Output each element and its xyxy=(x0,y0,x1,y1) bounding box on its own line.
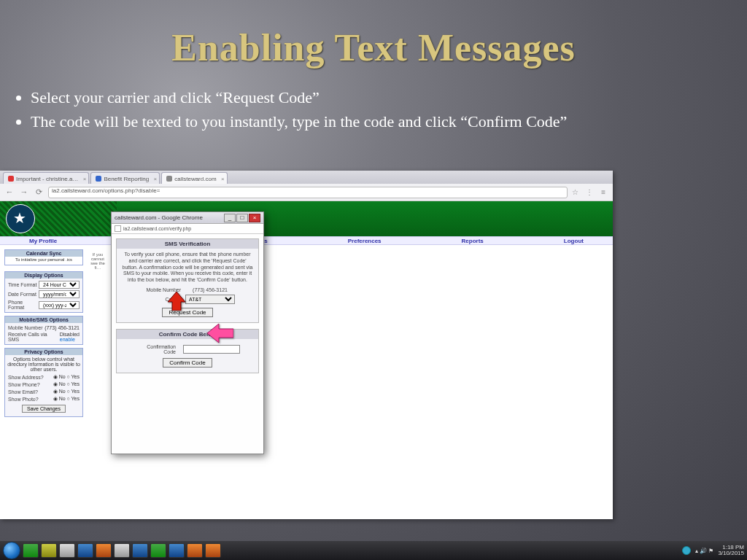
taskbar-app-icon[interactable] xyxy=(41,543,57,558)
popup-url: ia2.callsteward.com/verify.php xyxy=(123,226,191,231)
close-icon[interactable]: × xyxy=(83,176,87,182)
site-logo-icon xyxy=(6,204,35,233)
popup-titlebar: callsteward.com - Google Chrome _ □ × xyxy=(112,212,263,224)
confirmation-code-input[interactable] xyxy=(183,345,240,354)
panel-header: Mobile/SMS Options xyxy=(5,316,82,323)
panel-header: Calendar Sync xyxy=(5,250,82,257)
close-icon[interactable]: × xyxy=(221,176,225,182)
mobile-number-value: (773) 456-3121 xyxy=(44,325,80,330)
site-banner xyxy=(0,201,613,236)
confirmation-code-label: Confirmation Code xyxy=(135,344,176,354)
taskbar-app-icon[interactable] xyxy=(169,543,185,558)
show-phone-radios[interactable]: ◉ No ○ Yes xyxy=(53,381,80,387)
back-icon[interactable]: ← xyxy=(4,187,15,198)
tab-strip: Important - christine.a…× Benefit Report… xyxy=(0,171,613,184)
tab-label: callsteward.com xyxy=(174,176,216,182)
addr-icons[interactable]: ☆ ⋮ ≡ xyxy=(572,188,608,196)
show-email-label: Show Email? xyxy=(8,389,38,394)
favicon-icon xyxy=(166,176,172,182)
panel-text: To initialize your personal .ics xyxy=(5,257,82,262)
pink-left-arrow-icon xyxy=(207,322,233,344)
taskbar-app-icon[interactable] xyxy=(59,543,75,558)
receive-sms-label: Receive Calls via SMS xyxy=(8,332,60,342)
favicon-icon xyxy=(8,176,14,182)
red-up-arrow-icon xyxy=(166,292,187,311)
tab-benefit[interactable]: Benefit Reporting× xyxy=(90,172,160,184)
show-address-label: Show Address? xyxy=(8,375,44,380)
slide-bullets: Select your carrier and click “Request C… xyxy=(31,87,747,133)
bullet-2: The code will be texted to you instantly… xyxy=(31,111,687,133)
tab-gmail[interactable]: Important - christine.a…× xyxy=(3,172,89,184)
receive-sms-value: Disabled xyxy=(60,332,80,337)
carrier-select[interactable]: AT&T xyxy=(185,295,235,304)
panel-sms-options: Mobile/SMS Options Mobile Number(773) 45… xyxy=(4,316,83,345)
url-input[interactable]: ia2.callsteward.com/options.php?disable= xyxy=(48,187,568,198)
panel-header: Display Options xyxy=(5,272,82,279)
bullet-1: Select your carrier and click “Request C… xyxy=(31,87,687,109)
tab-label: Benefit Reporting xyxy=(104,176,149,182)
show-photo-label: Show Photo? xyxy=(8,397,39,402)
panel-calendar-sync: Calendar Sync To initialize your persona… xyxy=(4,249,83,265)
time-format-label: Time Format xyxy=(8,282,36,287)
favicon-icon xyxy=(96,176,101,182)
forward-icon[interactable]: → xyxy=(19,187,29,198)
panel-display-options: Display Options Time Format24 Hour Clock… xyxy=(4,271,83,313)
verify-popup-window: callsteward.com - Google Chrome _ □ × ia… xyxy=(111,211,264,454)
confirm-code-box: Confirm Code Below Confirmation Code Con… xyxy=(116,329,259,373)
taskbar-app-icon[interactable] xyxy=(96,543,112,558)
show-photo-radios[interactable]: ◉ No ○ Yes xyxy=(53,396,80,402)
privacy-note: Options below control what directory inf… xyxy=(7,357,81,372)
menu-preferences[interactable]: Preferences xyxy=(348,237,382,244)
sms-instructions: To verify your cell phone, ensure that t… xyxy=(121,252,254,284)
phone-format-label: Phone Format xyxy=(8,300,39,310)
page-icon xyxy=(115,225,121,232)
popup-window-title: callsteward.com - Google Chrome xyxy=(115,214,203,221)
show-address-radios[interactable]: ◉ No ○ Yes xyxy=(53,374,80,380)
taskbar-app-icon[interactable] xyxy=(205,543,221,558)
svg-marker-1 xyxy=(207,324,233,343)
confirm-code-button[interactable]: Confirm Code xyxy=(163,358,212,368)
sms-verification-header: SMS Verification xyxy=(117,239,258,249)
sms-verification-box: SMS Verification To verify your cell pho… xyxy=(116,238,259,323)
taskbar-app-icon[interactable] xyxy=(23,543,39,558)
date-format-label: Date Format xyxy=(8,292,36,297)
site-menu: My Profile Calendar Contacts Preferences… xyxy=(0,236,613,245)
help-tray-icon[interactable] xyxy=(682,546,691,555)
truncated-note: If you cannot see the fi… xyxy=(89,249,107,417)
system-clock[interactable]: 1:18 PM 3/10/2015 xyxy=(718,545,744,556)
popup-address-bar: ia2.callsteward.com/verify.php xyxy=(112,224,263,234)
taskbar-app-icon[interactable] xyxy=(114,543,130,558)
start-button[interactable] xyxy=(3,542,20,559)
popup-mobile-value: (773) 456-3121 xyxy=(185,287,235,292)
enable-link[interactable]: enable xyxy=(60,337,75,342)
date-format-select[interactable]: yyyy/mm/dd xyxy=(39,290,80,298)
windows-taskbar: ▴ 🔊 ⚑ 1:18 PM 3/10/2015 xyxy=(0,541,747,560)
menu-logout[interactable]: Logout xyxy=(564,237,584,244)
confirm-code-header: Confirm Code Below xyxy=(117,330,258,339)
minimize-button[interactable]: _ xyxy=(224,214,236,222)
save-changes-button[interactable]: Save Changes xyxy=(22,405,66,413)
close-button[interactable]: × xyxy=(249,214,260,222)
menu-reports[interactable]: Reports xyxy=(462,237,484,244)
taskbar-app-icon[interactable] xyxy=(77,543,93,558)
maximize-button[interactable]: □ xyxy=(236,214,248,222)
mobile-number-label: Mobile Number xyxy=(8,325,42,330)
panel-privacy-options: Privacy Options Options below control wh… xyxy=(4,348,83,417)
taskbar-app-icon[interactable] xyxy=(187,543,203,558)
close-icon[interactable]: × xyxy=(154,176,158,182)
show-phone-label: Show Phone? xyxy=(8,382,40,387)
panel-header: Privacy Options xyxy=(5,349,82,355)
slide-title: Enabling Text Messages xyxy=(0,0,747,69)
svg-marker-0 xyxy=(168,292,185,311)
clock-date: 3/10/2015 xyxy=(718,551,744,556)
address-bar: ← → ⟳ ia2.callsteward.com/options.php?di… xyxy=(0,184,613,201)
taskbar-app-icon[interactable] xyxy=(150,543,166,558)
reload-icon[interactable]: ⟳ xyxy=(34,187,44,198)
menu-my-profile[interactable]: My Profile xyxy=(29,237,57,244)
time-format-select[interactable]: 24 Hour Clock xyxy=(39,281,80,289)
tab-callsteward[interactable]: callsteward.com× xyxy=(161,172,227,184)
phone-format-select[interactable]: (xxx) yyy-zzzz xyxy=(39,301,80,309)
show-email-radios[interactable]: ◉ No ○ Yes xyxy=(53,389,80,394)
tray-icons[interactable]: ▴ 🔊 ⚑ xyxy=(695,548,713,554)
taskbar-app-icon[interactable] xyxy=(132,543,148,558)
